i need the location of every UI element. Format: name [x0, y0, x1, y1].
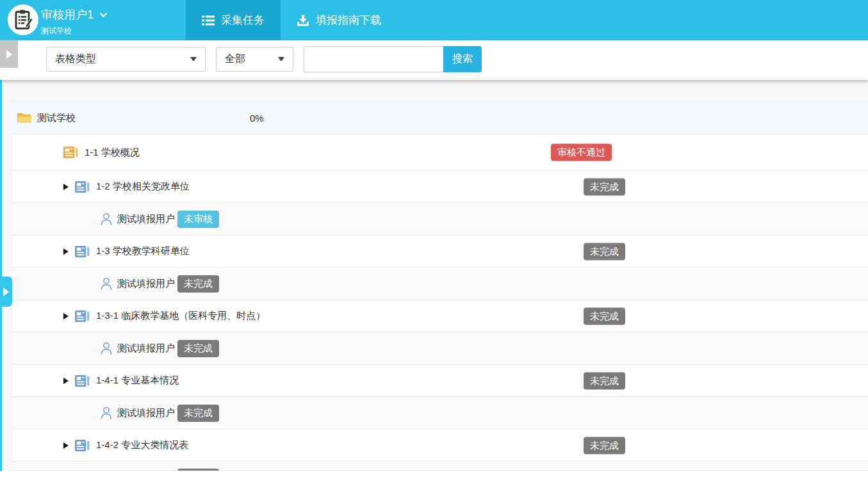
status-badge: 未完成 [177, 340, 219, 357]
download-icon [297, 15, 309, 26]
tab-collection-tasks[interactable]: 采集任务 [186, 0, 281, 40]
triangle-right-icon [3, 287, 9, 296]
caret-down-icon [190, 57, 197, 61]
user-label: 测试填报用户 [117, 407, 175, 419]
panel-bottom-spacer [0, 471, 868, 491]
user-label: 测试填报用户 [117, 213, 175, 225]
select-value: 全部 [225, 52, 245, 66]
form-icon [75, 439, 90, 452]
tab-guide-download[interactable]: 填报指南下载 [281, 0, 397, 40]
expand-arrow-icon[interactable] [63, 184, 69, 190]
main-area: 测试学校 0% 1-1 学校概况 审核不通过 [0, 80, 868, 491]
user-row[interactable]: 测试填报用户 未完成 [13, 462, 868, 471]
status-badge: 未完成 [584, 243, 625, 260]
form-row[interactable]: 1-3-1 临床教学基地（医科专用、时点） 未完成 [13, 300, 868, 332]
form-row[interactable]: 1-4-1 专业基本情况 未完成 [13, 365, 868, 397]
root-progress: 0% [250, 113, 264, 124]
app-header: 审核用户1 测试学校 采集任务 [0, 0, 868, 40]
select-value: 表格类型 [55, 52, 96, 66]
expand-arrow-icon[interactable] [63, 248, 69, 255]
status-badge: 未完成 [584, 178, 625, 195]
task-tree-panel: 测试学校 0% 1-1 学校概况 审核不通过 [13, 101, 868, 471]
expand-arrow-icon[interactable] [63, 313, 69, 319]
status-badge: 未完成 [177, 275, 219, 293]
user-name: 审核用户1 [41, 7, 94, 22]
collapse-handle-top[interactable] [0, 40, 18, 68]
user-row[interactable]: 测试填报用户 未完成 [13, 268, 868, 300]
form-icon [75, 245, 90, 258]
person-icon [99, 341, 113, 355]
table-type-select[interactable]: 表格类型 [46, 47, 206, 72]
form-icon [75, 310, 90, 323]
status-badge: 审核不通过 [551, 144, 612, 161]
form-row[interactable]: 1-4-2 专业大类情况表 未完成 [13, 430, 868, 462]
root-label: 测试学校 [37, 112, 76, 124]
form-icon [75, 374, 90, 387]
clipboard-pencil-icon [13, 10, 33, 30]
avatar [8, 4, 38, 35]
person-icon [99, 406, 113, 420]
form-label: 1-4-1 专业基本情况 [96, 374, 179, 387]
user-menu[interactable]: 审核用户1 [41, 7, 108, 22]
form-label: 1-1 学校概况 [85, 147, 140, 159]
user-row[interactable]: 测试填报用户 未完成 [13, 397, 868, 430]
status-badge: 未完成 [584, 307, 625, 325]
form-icon [63, 146, 78, 159]
sidebar-expand-handle[interactable] [0, 277, 12, 307]
status-badge: 未完成 [177, 469, 219, 471]
scope-select[interactable]: 全部 [216, 47, 293, 72]
form-icon [75, 181, 90, 193]
filter-bar: 表格类型 全部 搜索 [0, 40, 868, 80]
status-badge: 未完成 [177, 405, 219, 422]
form-label: 1-4-2 专业大类情况表 [96, 439, 188, 451]
status-badge: 未完成 [584, 437, 625, 454]
chevron-down-icon [99, 12, 108, 18]
search-input[interactable] [304, 46, 443, 72]
search-button[interactable]: 搜索 [443, 46, 482, 72]
nav-tabs: 采集任务 填报指南下载 [186, 0, 397, 40]
user-label: 测试填报用户 [117, 342, 175, 355]
status-badge: 未审核 [177, 211, 219, 228]
form-row[interactable]: 1-1 学校概况 审核不通过 [13, 134, 868, 171]
triangle-right-icon [6, 50, 12, 59]
tree-root-row[interactable]: 测试学校 0% [13, 101, 868, 134]
expand-arrow-icon[interactable] [63, 378, 69, 384]
form-label: 1-3-1 临床教学基地（医科专用、时点） [96, 310, 265, 322]
list-icon [202, 15, 215, 26]
caret-down-icon [278, 57, 284, 61]
user-school: 测试学校 [41, 26, 108, 36]
tab-label: 采集任务 [221, 13, 265, 28]
status-badge: 未完成 [584, 372, 625, 389]
form-label: 1-2 学校相关党政单位 [96, 181, 190, 193]
user-block: 审核用户1 测试学校 [41, 7, 108, 36]
user-label: 测试填报用户 [117, 278, 175, 290]
form-row[interactable]: 1-2 学校相关党政单位 未完成 [13, 171, 868, 203]
folder-icon [17, 111, 32, 124]
tree-rows: 1-1 学校概况 审核不通过 1-2 学校相关党政单位 未完成 测试填报用户 未… [13, 134, 868, 471]
form-label: 1-3 学校教学科研单位 [96, 245, 190, 257]
user-row[interactable]: 测试填报用户 未审核 [13, 203, 868, 236]
form-row[interactable]: 1-3 学校教学科研单位 未完成 [13, 236, 868, 268]
tab-label: 填报指南下载 [316, 13, 381, 28]
expand-arrow-icon[interactable] [63, 442, 69, 449]
person-icon [99, 277, 113, 291]
user-row[interactable]: 测试填报用户 未完成 [13, 332, 868, 365]
person-icon [99, 212, 113, 226]
